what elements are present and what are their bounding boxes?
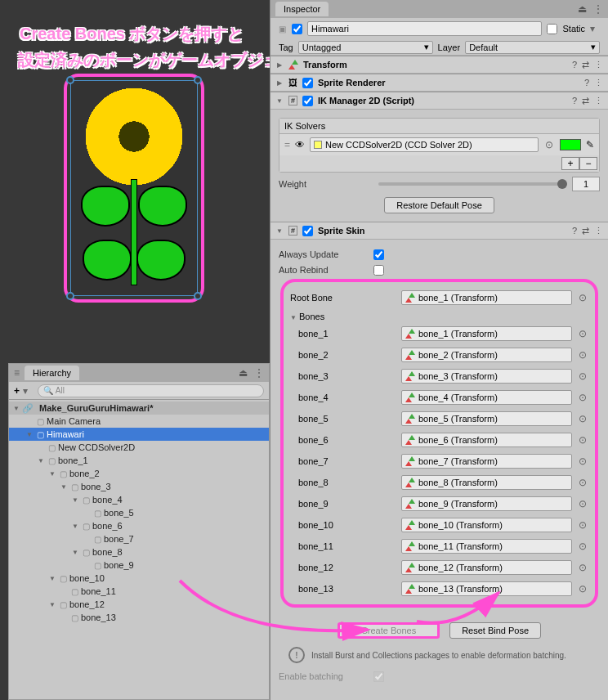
preset-icon[interactable]: ⇄ [582,96,589,106]
bone-field[interactable]: bone_13 (Transform) [401,581,572,596]
add-solver-button[interactable]: + [561,157,579,170]
hierarchy-tab[interactable]: Hierarchy [25,366,79,380]
hierarchy-item[interactable]: ▼▢bone_10 [9,572,269,585]
object-picker-icon[interactable]: ⊙ [577,562,588,573]
restore-default-pose-button[interactable]: Restore Default Pose [384,197,494,213]
sprite-skin-header[interactable]: ▼# Sprite Skin ?⇄⋮ [270,222,608,240]
hierarchy-item[interactable]: ▢bone_11 [9,585,269,598]
hierarchy-item[interactable]: ▢New CCDSolver2D [9,441,269,454]
add-button[interactable]: + [14,385,20,397]
static-dropdown[interactable]: ▾ [590,23,601,34]
hierarchy-item[interactable]: ▢bone_13 [9,611,269,624]
hierarchy-item[interactable]: ▼▢Himawari [9,428,269,441]
eyedropper-icon[interactable]: ✎ [586,139,594,150]
help-icon[interactable]: ? [572,60,577,70]
object-picker-icon[interactable]: ⊙ [577,413,588,424]
bone-field[interactable]: bone_4 (Transform) [401,390,572,405]
hierarchy-item[interactable]: ▢bone_5 [9,506,269,519]
gameobject-icon[interactable]: ▣ [277,24,287,34]
hierarchy-item[interactable]: ▼▢bone_2 [9,467,269,480]
hierarchy-item[interactable]: ▼▢bone_12 [9,598,269,611]
static-checkbox[interactable] [547,24,557,34]
help-icon[interactable]: ? [584,78,589,88]
object-picker-icon[interactable]: ⊙ [577,392,588,403]
menu-icon[interactable]: ⋮ [593,3,603,15]
root-bone-field[interactable]: bone_1 (Transform) [401,290,572,305]
weight-slider[interactable] [378,182,562,186]
menu-icon[interactable]: ⋮ [594,78,603,88]
object-picker-icon[interactable]: ⊙ [577,328,588,339]
bone-field[interactable]: bone_6 (Transform) [401,433,572,447]
object-name-field[interactable]: Himawari [307,21,542,36]
tag-dropdown[interactable]: Untagged▾ [298,41,433,54]
root-bone-label: Root Bone [290,293,396,303]
always-update-checkbox[interactable] [373,249,384,260]
bone-field[interactable]: bone_9 (Transform) [401,496,572,511]
bone-field[interactable]: bone_10 (Transform) [401,518,572,532]
bone-field[interactable]: bone_12 (Transform) [401,560,572,575]
sprite-skin-enable[interactable] [302,226,313,236]
preset-icon[interactable]: ⇄ [582,60,589,70]
object-picker-icon[interactable]: ⊙ [577,519,588,531]
bone-field[interactable]: bone_2 (Transform) [401,348,572,362]
bone-field[interactable]: bone_11 (Transform) [401,539,572,554]
sprite-bounds[interactable] [70,80,198,296]
object-picker-icon[interactable]: ⊙ [577,541,588,552]
object-picker-icon[interactable]: ⊙ [543,139,555,150]
hierarchy-item[interactable]: ▢bone_9 [9,559,269,572]
menu-icon[interactable]: ⋮ [254,367,264,379]
gameobject-icon: ▢ [35,429,45,439]
transform-icon [405,456,415,466]
object-picker-icon[interactable]: ⊙ [577,434,588,446]
help-icon[interactable]: ? [572,96,577,106]
create-bones-button[interactable]: Create Bones [338,622,440,639]
auto-rebind-checkbox[interactable] [373,265,384,276]
bone-field[interactable]: bone_5 (Transform) [401,411,572,426]
object-picker-icon[interactable]: ⊙ [577,370,588,382]
lock-icon[interactable]: ⏏ [578,3,587,15]
hierarchy-item[interactable]: ▼▢bone_6 [9,519,269,532]
solver-color-swatch[interactable] [560,139,581,150]
inspector-tab[interactable]: Inspector [275,2,329,16]
layer-dropdown[interactable]: Default▾ [465,41,600,54]
object-picker-icon[interactable]: ⊙ [577,583,588,595]
hierarchy-item[interactable]: ▢Main Camera [9,415,269,428]
eye-icon[interactable]: 👁 [295,139,305,150]
hierarchy-item[interactable]: ▼▢bone_8 [9,545,269,559]
hierarchy-item[interactable]: ▼▢bone_1 [9,454,269,467]
active-checkbox[interactable] [292,24,302,34]
menu-icon[interactable]: ⋮ [594,226,603,236]
menu-icon[interactable]: ⋮ [594,60,603,70]
bone-field[interactable]: bone_3 (Transform) [401,369,572,384]
gameobject-icon: ▢ [58,599,68,609]
ik-manager-header[interactable]: ▼# IK Manager 2D (Script) ?⇄⋮ [270,92,608,110]
solver-row[interactable]: =👁 New CCDSolver2D (CCD Solver 2D) ⊙ ✎ [279,134,599,155]
hierarchy-item[interactable]: ▼▢bone_3 [9,480,269,493]
bone-label: bone_8 [290,478,396,487]
weight-value[interactable]: 1 [572,177,600,191]
menu-icon[interactable]: ⋮ [594,96,603,106]
ik-manager-enable[interactable] [302,96,313,106]
transform-header[interactable]: ▶ Transform ?⇄⋮ [270,56,608,74]
object-picker-icon[interactable]: ⊙ [577,349,588,361]
preset-icon[interactable]: ⇄ [582,226,589,236]
object-picker-icon[interactable]: ⊙ [577,498,588,509]
object-picker-icon[interactable]: ⊙ [577,477,588,488]
bone-field[interactable]: bone_7 (Transform) [401,454,572,469]
bone-row: bone_9bone_9 (Transform)⊙ [290,493,588,514]
object-picker-icon[interactable]: ⊙ [577,455,588,467]
bone-field[interactable]: bone_1 (Transform) [401,326,572,341]
remove-solver-button[interactable]: − [579,157,597,170]
bone-field[interactable]: bone_8 (Transform) [401,475,572,490]
add-dropdown[interactable]: ▾ [23,385,34,397]
lock-icon[interactable]: ⏏ [239,367,248,379]
sprite-renderer-header[interactable]: ▶🖼 Sprite Renderer ?⋮ [270,74,608,92]
sprite-renderer-enable[interactable] [302,78,313,88]
hierarchy-search[interactable]: 🔍 All [38,384,264,397]
hierarchy-item[interactable]: ▼▢bone_4 [9,493,269,506]
scene-row[interactable]: ▼🔗 Make_GuruGuruHimawari* [9,402,269,415]
object-picker-icon[interactable]: ⊙ [577,292,588,303]
reset-bind-pose-button[interactable]: Reset Bind Pose [449,622,541,639]
hierarchy-item[interactable]: ▢bone_7 [9,532,269,545]
help-icon[interactable]: ? [572,226,577,236]
